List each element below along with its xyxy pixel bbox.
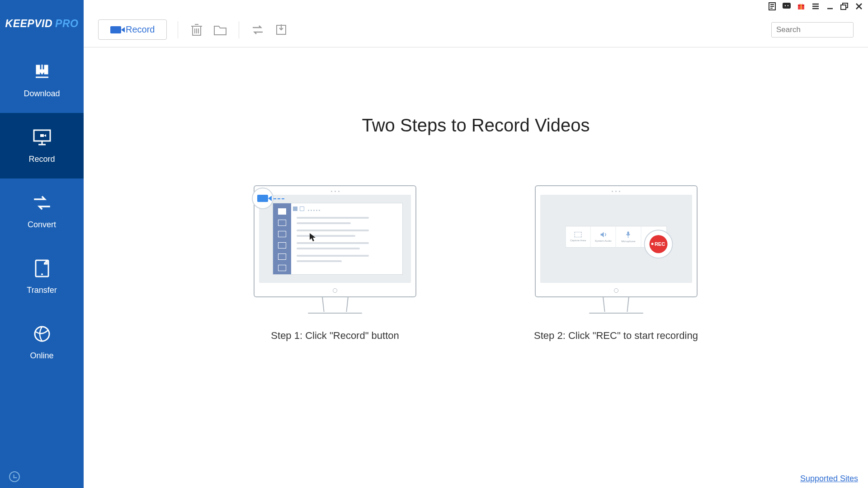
sidebar-item-label: Transfer (27, 286, 57, 295)
svg-rect-22 (841, 5, 846, 9)
maximize-icon[interactable] (840, 2, 849, 11)
sidebar-item-convert[interactable]: Convert (0, 178, 84, 244)
gift-icon[interactable] (797, 2, 806, 11)
step1-illustration (254, 185, 416, 314)
separator (178, 21, 178, 38)
step2-caption: Step 2: Click "REC" to start recording (534, 330, 698, 342)
svg-point-5 (41, 273, 43, 275)
logo-text-a: KEEPVID (5, 18, 52, 30)
supported-sites-link[interactable]: Supported Sites (800, 474, 858, 483)
record-button-label: Record (126, 24, 155, 35)
folder-icon[interactable] (212, 22, 228, 38)
logo-text-b: PRO (55, 18, 78, 30)
download-icon (32, 62, 52, 82)
camera-icon (110, 26, 121, 33)
svg-point-13 (788, 5, 788, 6)
page-title: Two Steps to Record Videos (84, 115, 868, 136)
content: Two Steps to Record Videos (84, 47, 868, 488)
sidebar: KEEPVID PRO Download Record Convert Tran… (0, 0, 84, 488)
step1-caption: Step 1: Click "Record" button (271, 330, 399, 342)
search-input[interactable] (771, 22, 854, 38)
svg-rect-16 (801, 5, 802, 9)
chat-icon[interactable] (782, 2, 791, 11)
record-icon (32, 127, 52, 147)
sidebar-item-label: Record (28, 155, 55, 164)
svg-rect-32 (627, 231, 629, 235)
minimize-icon[interactable] (826, 2, 835, 11)
sidebar-item-label: Download (24, 89, 60, 99)
sidebar-item-label: Convert (28, 220, 56, 230)
import-icon[interactable] (274, 22, 289, 38)
sidebar-item-label: Online (30, 351, 53, 361)
step2-illustration: Capture Area System Audio Microphone Rec… (535, 185, 698, 314)
camera-bubble-icon (252, 188, 274, 209)
step-1: Step 1: Click "Record" button (254, 185, 416, 342)
record-button[interactable]: Record (98, 19, 167, 40)
delete-icon[interactable] (189, 22, 204, 38)
notes-icon[interactable] (768, 2, 777, 11)
sidebar-item-transfer[interactable]: Transfer (0, 244, 84, 310)
sidebar-item-download[interactable]: Download (0, 47, 84, 113)
menu-icon[interactable] (811, 2, 820, 11)
transfer-icon (32, 258, 52, 278)
sidebar-footer (0, 465, 84, 488)
main-area: Record Two Steps to Record Videos (84, 0, 868, 488)
titlebar (84, 0, 868, 12)
separator (239, 21, 239, 38)
clock-icon[interactable] (9, 471, 20, 482)
rec-bubble-icon: REC (644, 230, 673, 258)
sidebar-item-online[interactable]: Online (0, 310, 84, 375)
toolbar: Record (84, 12, 868, 47)
svg-rect-1 (40, 134, 44, 137)
loop-icon[interactable] (250, 22, 265, 38)
convert-icon (32, 193, 52, 213)
svg-point-12 (785, 5, 786, 6)
close-icon[interactable] (854, 2, 863, 11)
app-logo: KEEPVID PRO (0, 0, 84, 47)
online-icon (32, 324, 52, 344)
cursor-icon (309, 233, 316, 242)
svg-rect-11 (783, 3, 790, 8)
steps-row: Step 1: Click "Record" button Capture Ar… (84, 185, 868, 342)
step-2: Capture Area System Audio Microphone Rec… (534, 185, 698, 342)
sidebar-item-record[interactable]: Record (0, 113, 84, 178)
